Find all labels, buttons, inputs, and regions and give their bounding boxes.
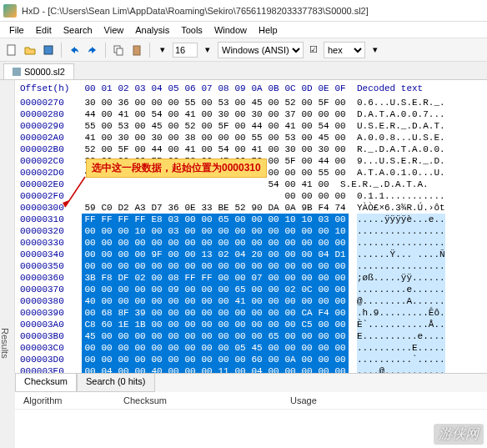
hex-byte[interactable]: 00: [282, 225, 299, 237]
hex-byte[interactable]: 00: [282, 342, 299, 354]
menu-edit[interactable]: Edit: [30, 23, 58, 37]
hex-byte[interactable]: [98, 179, 115, 190]
hex-byte[interactable]: 00: [165, 237, 182, 249]
hex-byte[interactable]: 3B: [82, 272, 98, 284]
hex-byte[interactable]: 44: [315, 155, 332, 167]
hex-byte[interactable]: 54: [315, 120, 332, 132]
hex-byte[interactable]: BE: [215, 202, 232, 214]
hex-byte[interactable]: 00: [299, 354, 315, 365]
hex-byte[interactable]: [132, 190, 148, 202]
hex-byte[interactable]: 00: [232, 225, 249, 237]
hex-byte[interactable]: 00: [332, 342, 349, 354]
tab-search[interactable]: Search (0 hits): [77, 374, 155, 392]
hex-byte[interactable]: 00: [165, 342, 182, 354]
hex-byte[interactable]: 30: [282, 143, 299, 155]
hex-byte[interactable]: F4: [315, 202, 332, 214]
hex-byte[interactable]: 00: [315, 108, 332, 120]
hex-row[interactable]: 000003B045000000000000000000006500000000…: [15, 330, 487, 342]
hex-byte[interactable]: 00: [232, 354, 249, 365]
dropdown-icon[interactable]: ▾: [199, 42, 216, 58]
hex-byte[interactable]: 00: [132, 132, 148, 143]
hex-byte[interactable]: 00: [132, 249, 148, 260]
hex-byte[interactable]: 00: [249, 319, 265, 330]
hex-byte[interactable]: 00: [165, 295, 182, 307]
hex-byte[interactable]: 00: [249, 237, 265, 249]
hex-byte[interactable]: 00: [282, 272, 299, 284]
hex-row[interactable]: 000003603BF8DF020008FFFF0000070000000000…: [15, 272, 487, 284]
hex-byte[interactable]: 30: [115, 132, 132, 143]
hex-byte[interactable]: 00: [332, 108, 349, 120]
hex-byte[interactable]: 00: [98, 237, 115, 249]
hex-byte[interactable]: 00: [82, 260, 98, 272]
hex-byte[interactable]: E8: [148, 214, 165, 225]
hex-byte[interactable]: 00: [198, 143, 215, 155]
hex-byte[interactable]: 00: [182, 354, 198, 365]
hex-row[interactable]: 000003C000000000000000000005450000000000…: [15, 342, 487, 354]
hex-byte[interactable]: 00: [132, 97, 148, 108]
hex-byte[interactable]: CA: [299, 307, 315, 319]
hex-byte[interactable]: 00: [82, 249, 98, 260]
file-tab[interactable]: S0000.sl2: [3, 63, 74, 79]
hex-byte[interactable]: FF: [82, 214, 98, 225]
hex-byte[interactable]: 04: [232, 249, 249, 260]
hex-byte[interactable]: 00: [115, 295, 132, 307]
hex-byte[interactable]: 45: [148, 120, 165, 132]
hex-byte[interactable]: 00: [315, 319, 332, 330]
hex-byte[interactable]: 00: [198, 284, 215, 295]
hex-byte[interactable]: 00: [265, 225, 282, 237]
hex-byte[interactable]: 00: [265, 284, 282, 295]
dropdown-icon[interactable]: ▾: [367, 42, 384, 58]
hex-byte[interactable]: 41: [299, 179, 315, 190]
hex-byte[interactable]: FF: [98, 214, 115, 225]
hex-byte[interactable]: 54: [148, 108, 165, 120]
decoded-text[interactable]: U.S.E.R._.D.A.T.: [357, 120, 445, 132]
decoded-text[interactable]: .........e......: [357, 284, 445, 295]
hex-byte[interactable]: 00: [265, 120, 282, 132]
hex-row[interactable]: 0000032000000010000300000000000000000010…: [15, 225, 487, 237]
hex-byte[interactable]: 00: [265, 260, 282, 272]
hex-byte[interactable]: 45: [315, 132, 332, 143]
hex-byte[interactable]: 13: [198, 249, 215, 260]
hex-byte[interactable]: 00: [299, 132, 315, 143]
hex-byte[interactable]: 20: [249, 249, 265, 260]
hex-byte[interactable]: C5: [299, 319, 315, 330]
decoded-text[interactable]: YÀÒ£×6.3¾R.Ú.›ôt: [357, 202, 445, 214]
hex-row[interactable]: 0000035000000000000000000000000000000000…: [15, 260, 487, 272]
decoded-text[interactable]: ..........`.....: [357, 354, 445, 365]
hex-byte[interactable]: 00: [98, 143, 115, 155]
hex-byte[interactable]: 00: [265, 97, 282, 108]
hex-byte[interactable]: 00: [215, 132, 232, 143]
hex-byte[interactable]: 00: [332, 330, 349, 342]
hex-byte[interactable]: 00: [232, 237, 249, 249]
hex-byte[interactable]: 30: [315, 143, 332, 155]
hex-byte[interactable]: 05: [232, 342, 249, 354]
hex-byte[interactable]: 00: [82, 307, 98, 319]
hex-byte[interactable]: 8F: [115, 307, 132, 319]
hex-byte[interactable]: 00: [332, 237, 349, 249]
hex-byte[interactable]: 10: [132, 225, 148, 237]
menu-tools[interactable]: Tools: [175, 23, 208, 37]
hex-byte[interactable]: 55: [249, 132, 265, 143]
hex-row[interactable]: 000003D00000000000000000000060000A000000…: [15, 354, 487, 365]
hex-byte[interactable]: 00: [132, 108, 148, 120]
hex-row[interactable]: 00000310FFFFFFFFE80300006500000010100300…: [15, 214, 487, 225]
decoded-text[interactable]: ................: [357, 260, 445, 272]
hex-byte[interactable]: 00: [182, 295, 198, 307]
hex-byte[interactable]: 00: [332, 190, 349, 202]
decoded-text[interactable]: E..........e....: [357, 330, 445, 342]
decoded-text[interactable]: R._.D.A.T.A.0.0.: [357, 143, 445, 155]
hex-byte[interactable]: 00: [332, 155, 349, 167]
hex-byte[interactable]: 00: [165, 249, 182, 260]
hex-byte[interactable]: 00: [198, 97, 215, 108]
decoded-text[interactable]: .h.9.........Êô.: [357, 307, 445, 319]
hex-byte[interactable]: 00: [332, 143, 349, 155]
menu-search[interactable]: Search: [58, 23, 98, 37]
hex-byte[interactable]: 44: [148, 143, 165, 155]
redo-button[interactable]: [84, 42, 101, 58]
hex-byte[interactable]: 0A: [282, 354, 299, 365]
hex-byte[interactable]: 00: [315, 354, 332, 365]
hex-row[interactable]: 000003A0C8601E1B000000000000000000C50000…: [15, 319, 487, 330]
hex-byte[interactable]: 00: [165, 143, 182, 155]
hex-byte[interactable]: 30: [215, 108, 232, 120]
copy-button[interactable]: [110, 42, 127, 58]
